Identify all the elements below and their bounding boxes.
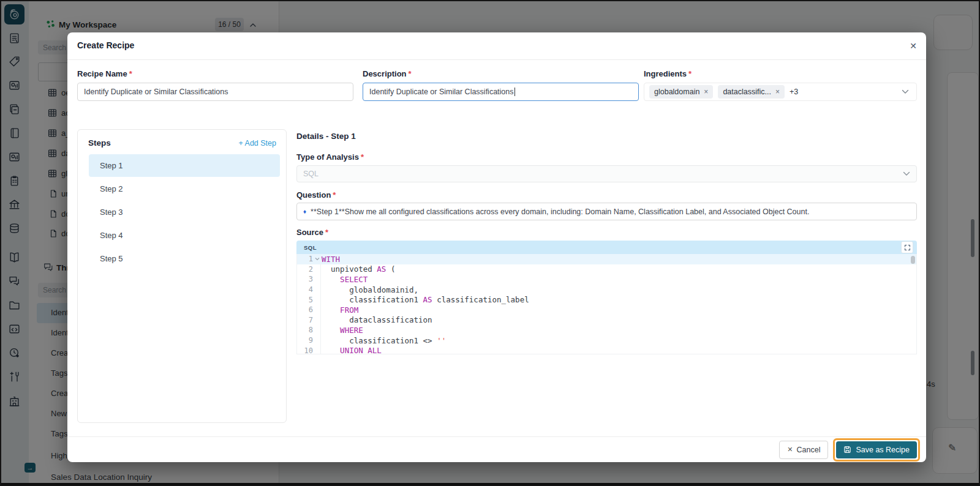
step-item-3[interactable]: Step 3 xyxy=(89,201,280,223)
question-input[interactable]: ♦ **Step 1**Show me all configured class… xyxy=(296,203,917,220)
code-line: 1WITH xyxy=(297,254,916,264)
sql-editor[interactable]: 1WITH 2 unpivoted AS ( 3 SELECT 4 global… xyxy=(296,254,917,354)
code-line: 8 WHERE xyxy=(297,325,916,335)
recipe-name-input[interactable] xyxy=(77,83,353,101)
close-icon[interactable]: ✕ xyxy=(908,40,919,51)
type-of-analysis-label: Type of Analysis* xyxy=(296,152,364,162)
question-label: Question* xyxy=(296,190,336,200)
required-asterisk: * xyxy=(129,69,132,78)
source-label: Source* xyxy=(296,228,328,237)
step-item-5[interactable]: Step 5 xyxy=(89,247,280,270)
chevron-down-icon xyxy=(902,89,909,94)
add-step-button[interactable]: + Add Step xyxy=(238,139,276,148)
description-label: Description* xyxy=(363,69,412,78)
code-line: 5 classification1 AS classification_labe… xyxy=(297,294,916,305)
required-asterisk: * xyxy=(325,228,328,237)
details-title: Details - Step 1 xyxy=(296,132,356,141)
code-line: 9 classification1 <> '' xyxy=(297,335,916,346)
more-chips-count[interactable]: +3 xyxy=(790,88,798,96)
ingredients-multiselect[interactable]: globaldomain× dataclassific...× +3 xyxy=(644,83,917,101)
description-input[interactable]: Identify Duplicate or Similar Classifica… xyxy=(363,83,639,101)
code-line: 4 globaldomainid, xyxy=(297,285,916,295)
diamond-icon: ♦ xyxy=(303,208,306,215)
ingredients-label: Ingredients* xyxy=(644,69,692,78)
ingredient-chip: dataclassific...× xyxy=(718,85,785,99)
save-as-recipe-button[interactable]: Save as Recipe xyxy=(836,441,917,458)
chevron-down-icon xyxy=(903,171,910,176)
step-item-1[interactable]: Step 1 xyxy=(89,154,280,177)
code-line: 10 UNION ALL xyxy=(297,345,916,354)
ingredient-chip: globaldomain× xyxy=(649,85,713,99)
step-item-4[interactable]: Step 4 xyxy=(89,224,280,247)
code-line: 7 dataclassification xyxy=(297,315,916,326)
remove-chip-icon[interactable]: × xyxy=(775,88,780,96)
required-asterisk: * xyxy=(333,190,336,200)
save-icon xyxy=(843,446,851,454)
sql-editor-header: SQL xyxy=(296,241,917,254)
expand-editor-button[interactable] xyxy=(901,241,913,253)
window-bottom-bar xyxy=(0,483,980,486)
cancel-x-icon: ✕ xyxy=(787,446,793,454)
divider xyxy=(67,59,926,60)
step-item-2[interactable]: Step 2 xyxy=(89,178,280,200)
required-asterisk: * xyxy=(361,152,364,162)
code-line: 6 FROM xyxy=(297,305,916,315)
create-recipe-modal: Create Recipe ✕ Recipe Name* Description… xyxy=(67,32,926,462)
text-cursor xyxy=(514,88,516,96)
required-asterisk: * xyxy=(688,69,692,78)
code-line: 2 unpivoted AS ( xyxy=(297,264,916,275)
editor-language-label: SQL xyxy=(304,244,317,251)
app-screenshot: My Workspace 16 / 50 Search oe ac a_ da … xyxy=(0,0,980,486)
recipe-name-label: Recipe Name* xyxy=(77,69,132,78)
editor-scrollbar[interactable] xyxy=(911,256,915,264)
remove-chip-icon[interactable]: × xyxy=(704,88,708,96)
modal-footer: ✕Cancel Save as Recipe xyxy=(67,436,926,462)
code-line: 3 SELECT xyxy=(297,274,916,285)
fold-chevron-icon[interactable] xyxy=(315,257,320,261)
steps-card: Steps + Add Step Step 1 Step 2 Step 3 St… xyxy=(77,129,287,423)
cancel-button[interactable]: ✕Cancel xyxy=(779,441,828,459)
modal-title: Create Recipe xyxy=(77,40,134,50)
fullscreen-icon xyxy=(904,244,911,251)
save-button-highlight: Save as Recipe xyxy=(833,438,920,462)
steps-title: Steps xyxy=(88,138,111,148)
required-asterisk: * xyxy=(409,69,412,78)
type-of-analysis-select[interactable]: SQL xyxy=(296,165,917,182)
